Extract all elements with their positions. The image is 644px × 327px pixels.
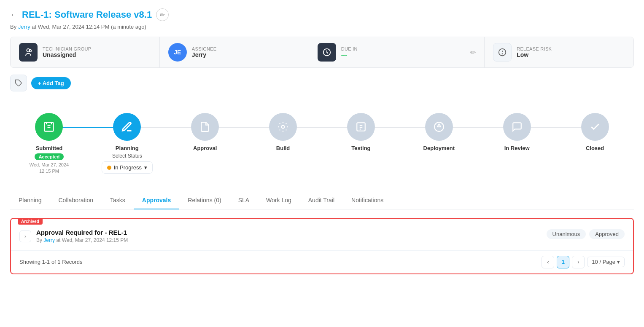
- edit-title-button[interactable]: ✏: [156, 8, 169, 21]
- release-risk-icon: [493, 43, 512, 62]
- technician-group-section[interactable]: Technician Group Unassigned: [11, 37, 160, 67]
- pagination-page-size-button[interactable]: 10 / Page ▾: [587, 257, 625, 267]
- pagination-info: Showing 1-1 of 1 Records: [19, 259, 83, 265]
- approval-tag-unanimous: Unanimous: [547, 229, 586, 239]
- workflow-step-approval[interactable]: Approval: [166, 113, 244, 151]
- workflow-step-planning[interactable]: Planning Select Status In Progress ▾: [88, 113, 166, 174]
- step-badge-accepted: Accepted: [35, 153, 64, 160]
- status-dropdown-planning[interactable]: In Progress ▾: [102, 161, 153, 174]
- approval-tag-approved: Approved: [589, 229, 625, 239]
- technician-group-icon: [19, 43, 38, 62]
- approval-tags: Unanimous Approved: [547, 229, 625, 239]
- section-divider: [10, 100, 634, 100]
- tab-collaboration[interactable]: Collaboration: [50, 192, 102, 209]
- approval-expand-button[interactable]: ›: [19, 231, 31, 242]
- approvals-container: Archived › Approval Required for - REL-1…: [10, 218, 634, 274]
- dropdown-chevron-icon: ▾: [144, 164, 147, 171]
- workflow-step-closed[interactable]: Closed: [556, 113, 634, 151]
- status-dot-inprogress: [107, 166, 111, 170]
- assignee-label: Assignee: [192, 46, 217, 51]
- workflow-step-submitted[interactable]: Submitted Accepted Wed, Mar 27, 202412:1…: [10, 113, 88, 175]
- pagination-next-button[interactable]: ›: [572, 256, 585, 268]
- pagination-prev-button[interactable]: ‹: [542, 256, 554, 268]
- pagination-row: Showing 1-1 of 1 Records ‹ 1 › 10 / Page…: [11, 250, 633, 273]
- tag-icon-button[interactable]: [10, 75, 27, 91]
- step-label-deployment: Deployment: [423, 145, 455, 151]
- svg-point-10: [282, 126, 285, 129]
- due-in-section[interactable]: Due In --- ✏: [309, 37, 485, 67]
- technician-group-value: Unassigned: [43, 51, 91, 58]
- tab-relations[interactable]: Relations (0): [179, 192, 229, 209]
- approval-info: Approval Required for - REL-1 By Jerry a…: [36, 229, 542, 243]
- workflow-step-build[interactable]: Build: [244, 113, 322, 151]
- step-circle-testing: [347, 113, 375, 141]
- approval-meta: By Jerry at Wed, Mar 27, 2024 12:15 PM: [36, 237, 542, 243]
- approval-user-link[interactable]: Jerry: [43, 237, 55, 243]
- archived-badge: Archived: [18, 218, 43, 225]
- workflow-step-in-review[interactable]: In Review: [478, 113, 556, 151]
- due-in-label: Due In: [341, 46, 358, 51]
- tab-audit-trail[interactable]: Audit Trail: [300, 192, 343, 209]
- edit-icon: ✏: [160, 11, 165, 18]
- due-in-value: ---: [341, 51, 358, 58]
- subtitle-user-link[interactable]: Jerry: [18, 24, 30, 30]
- release-risk-section: Release Risk Low: [485, 37, 633, 67]
- technician-group-label: Technician Group: [43, 46, 91, 51]
- step-label-submitted: Submitted: [36, 145, 63, 151]
- step-label-approval: Approval: [193, 145, 217, 151]
- step-circle-closed: [581, 113, 609, 141]
- due-in-edit-icon[interactable]: ✏: [470, 48, 476, 56]
- tab-planning[interactable]: Planning: [10, 192, 50, 209]
- step-label-planning: Planning: [116, 145, 139, 151]
- tab-sla[interactable]: SLA: [230, 192, 258, 209]
- approval-title: Approval Required for - REL-1: [36, 229, 542, 236]
- svg-point-1: [29, 50, 32, 52]
- step-circle-planning: [113, 113, 141, 141]
- workflow-bar: Submitted Accepted Wed, Mar 27, 202412:1…: [10, 109, 634, 179]
- step-date-submitted: Wed, Mar 27, 202412:15 PM: [30, 162, 69, 175]
- step-circle-submitted: [35, 113, 63, 141]
- step-circle-in-review: [503, 113, 531, 141]
- page-subtitle: By Jerry at Wed, Mar 27, 2024 12:14 PM (…: [10, 24, 634, 30]
- page-size-label: 10 / Page: [592, 259, 615, 265]
- tab-notifications[interactable]: Notifications: [343, 192, 392, 209]
- step-status-planning: Select Status: [112, 153, 142, 159]
- tab-approvals[interactable]: Approvals: [134, 192, 179, 209]
- step-label-testing: Testing: [351, 145, 370, 151]
- release-risk-label: Release Risk: [517, 46, 552, 51]
- pagination-controls: ‹ 1 › 10 / Page ▾: [542, 256, 625, 268]
- assignee-value: Jerry: [192, 51, 217, 58]
- step-label-closed: Closed: [586, 145, 604, 151]
- svg-point-5: [502, 54, 503, 54]
- approval-row: Archived › Approval Required for - REL-1…: [11, 219, 633, 250]
- tab-tasks[interactable]: Tasks: [102, 192, 134, 209]
- workflow-step-testing[interactable]: Testing: [322, 113, 400, 151]
- workflow-step-deployment[interactable]: Deployment: [400, 113, 478, 151]
- info-bar: Technician Group Unassigned JE Assignee …: [10, 37, 634, 68]
- assignee-avatar: JE: [168, 43, 187, 62]
- add-tag-button[interactable]: + Add Tag: [31, 77, 71, 89]
- step-label-build: Build: [276, 145, 290, 151]
- page-size-chevron-icon: ▾: [617, 259, 620, 265]
- step-circle-approval: [191, 113, 219, 141]
- status-dropdown-label: In Progress: [114, 164, 142, 171]
- assignee-section[interactable]: JE Assignee Jerry: [160, 37, 309, 67]
- step-circle-deployment: [425, 113, 453, 141]
- step-label-in-review: In Review: [504, 145, 530, 151]
- tags-row: + Add Tag: [10, 75, 634, 91]
- tab-work-log[interactable]: Work Log: [258, 192, 300, 209]
- back-arrow-icon: ←: [10, 11, 18, 19]
- back-button[interactable]: ←: [10, 11, 18, 19]
- due-in-icon: [318, 43, 336, 62]
- pagination-page-1-button[interactable]: 1: [557, 256, 569, 268]
- step-circle-build: [269, 113, 297, 141]
- page-title: REL-1: Software Release v8.1: [22, 9, 152, 20]
- tabs-bar: Planning Collaboration Tasks Approvals R…: [10, 192, 634, 209]
- release-risk-value: Low: [517, 51, 552, 58]
